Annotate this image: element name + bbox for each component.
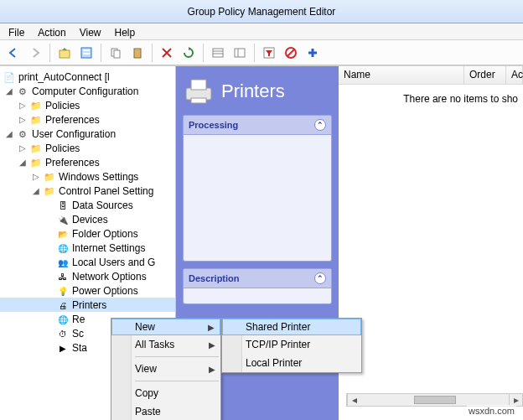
expand-icon[interactable]: ▷ [16, 143, 29, 153]
processing-label: Processing [189, 120, 238, 130]
toolbar [0, 40, 523, 65]
toolbar-divider [101, 44, 101, 62]
refresh-icon[interactable] [179, 43, 199, 63]
expand-icon[interactable]: ▷ [16, 101, 29, 110]
collapse-icon[interactable]: ◢ [29, 186, 43, 195]
svg-rect-20 [191, 98, 206, 103]
submenu-arrow-icon: ▶ [209, 340, 215, 350]
tree-start-menu[interactable]: Sta [70, 342, 87, 354]
collapse-icon[interactable]: ◢ [16, 158, 29, 167]
tree-user-policies[interactable]: Policies [43, 143, 80, 154]
stop-icon[interactable] [281, 43, 301, 63]
ctx-copy[interactable]: Copy [111, 384, 220, 402]
menu-view[interactable]: View [78, 25, 103, 39]
ctx-tcpip-printer[interactable]: TCP/IP Printer [222, 335, 361, 354]
toolbar-divider [203, 44, 204, 62]
tree-win-settings[interactable]: Windows Settings [56, 171, 138, 183]
list-pane: Name Order Ac There are no items to sho [339, 66, 523, 420]
filter-icon[interactable] [259, 43, 279, 63]
description-label: Description [189, 273, 240, 283]
printer-large-icon [183, 76, 215, 106]
tree-network[interactable]: Network Options [70, 271, 147, 283]
context-menu: New▶ All Tasks▶ View▶ Copy Paste [111, 318, 221, 420]
folder-icon [43, 184, 56, 198]
expand-icon[interactable]: ▷ [29, 172, 43, 181]
svg-rect-19 [191, 80, 206, 90]
window-title: Group Policy Management Editor [0, 0, 523, 23]
user-icon [16, 127, 29, 141]
tree-comp-policies[interactable]: Policies [43, 100, 80, 111]
ctx-local-printer[interactable]: Local Printer [222, 354, 361, 372]
collapse-icon[interactable]: ⌃ [314, 272, 326, 284]
ctx-shared-printer[interactable]: Shared Printer [222, 319, 361, 335]
tree-cp-settings[interactable]: Control Panel Setting [56, 185, 153, 197]
internet-icon [56, 241, 70, 255]
datasource-icon [56, 199, 70, 212]
copy-icon[interactable] [106, 43, 126, 63]
menu-separator [135, 381, 219, 381]
col-action[interactable]: Ac [506, 66, 523, 84]
folder-options-icon [56, 227, 70, 241]
power-icon [56, 284, 70, 298]
tree-local-users[interactable]: Local Users and G [70, 257, 155, 268]
svg-rect-7 [136, 48, 139, 50]
col-order[interactable]: Order [464, 66, 506, 84]
up-icon[interactable] [54, 43, 75, 63]
details-icon[interactable] [230, 43, 250, 63]
printer-icon [56, 298, 70, 312]
submenu-arrow-icon: ▶ [208, 323, 215, 332]
svg-rect-2 [83, 49, 90, 51]
tree-comp-prefs[interactable]: Preferences [43, 114, 100, 126]
tree-user-prefs[interactable]: Preferences [43, 157, 100, 169]
regional-icon [56, 313, 70, 326]
back-icon[interactable] [3, 43, 23, 63]
scroll-thumb[interactable] [414, 396, 456, 404]
tree-internet[interactable]: Internet Settings [70, 242, 145, 254]
tree-regional[interactable]: Re [70, 314, 85, 325]
delete-icon[interactable] [157, 43, 177, 63]
svg-rect-5 [114, 50, 120, 58]
folder-icon [29, 113, 43, 127]
scroll-right-icon[interactable]: ▸ [509, 394, 522, 406]
scheduled-icon [56, 327, 70, 340]
menubar: File Action View Help [0, 23, 523, 40]
column-headers: Name Order Ac [339, 66, 523, 85]
tree-comp-cfg[interactable]: Computer Configuration [29, 86, 138, 97]
svg-rect-3 [83, 53, 90, 54]
tree-data-sources[interactable]: Data Sources [70, 200, 133, 211]
watermark: wsxdn.com [467, 405, 516, 417]
ctx-new[interactable]: New▶ [111, 319, 220, 335]
ctx-paste[interactable]: Paste [111, 402, 220, 420]
tree-printers[interactable]: Printers [70, 299, 106, 311]
expand-icon[interactable]: ▷ [16, 115, 29, 124]
ctx-all-tasks[interactable]: All Tasks▶ [111, 335, 220, 354]
add-icon[interactable] [303, 43, 323, 63]
folder-icon [29, 99, 43, 112]
tree-user-cfg[interactable]: User Configuration [29, 128, 116, 140]
tree-scheduled[interactable]: Sc [70, 328, 84, 340]
scroll-left-icon[interactable]: ◂ [347, 394, 360, 406]
menu-action[interactable]: Action [36, 25, 67, 39]
menu-help[interactable]: Help [113, 25, 137, 39]
svg-rect-11 [235, 49, 245, 57]
tree-power[interactable]: Power Options [70, 285, 138, 297]
properties-icon[interactable] [76, 43, 96, 63]
toolbar-divider [152, 44, 153, 62]
menu-separator [135, 356, 219, 357]
list-icon[interactable] [208, 43, 228, 63]
col-name[interactable]: Name [339, 66, 464, 84]
tree-devices[interactable]: Devices [70, 214, 108, 226]
svg-line-15 [287, 49, 294, 56]
collapse-icon[interactable]: ⌃ [314, 119, 326, 131]
collapse-icon[interactable]: ◢ [3, 129, 16, 138]
empty-message: There are no items to sho [339, 85, 523, 105]
folder-icon [29, 142, 43, 155]
paste-icon[interactable] [127, 43, 148, 63]
tree-folder-options[interactable]: Folder Options [70, 228, 138, 240]
ctx-view[interactable]: View▶ [111, 360, 220, 378]
gpo-icon [3, 70, 16, 84]
collapse-icon[interactable]: ◢ [3, 86, 16, 96]
menu-file[interactable]: File [7, 25, 26, 39]
detail-title: Printers [221, 80, 285, 102]
tree-root[interactable]: print_AutoConnect [l [16, 71, 110, 83]
